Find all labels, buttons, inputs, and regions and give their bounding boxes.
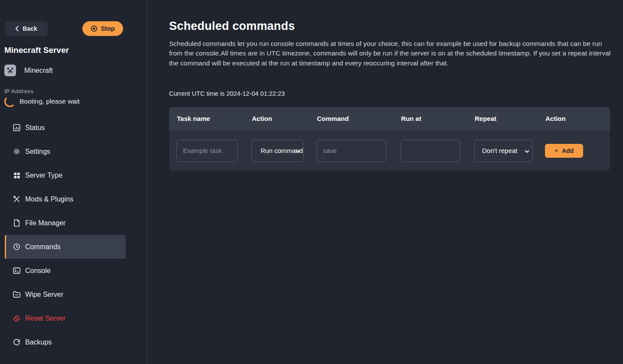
sidebar-nav: Status Settings Server Type (0, 116, 147, 354)
ip-address-label: IP Address (4, 88, 33, 94)
sidebar-item-label: Wipe Server (25, 291, 63, 299)
back-button-label: Back (23, 25, 37, 32)
sidebar-item-backups[interactable]: Backups (0, 330, 147, 354)
column-header-row-action: Action (538, 115, 610, 122)
gear-icon (13, 148, 20, 155)
column-header-command: Command (309, 115, 393, 122)
sidebar-item-wipe-server[interactable]: Wipe Server (0, 283, 147, 306)
minecraft-creeper-icon (4, 65, 16, 76)
run-at-input[interactable] (401, 140, 460, 162)
sidebar: Back Stop Minecraft Server Minecraft IP … (0, 0, 147, 364)
page-description: Scheduled commands let you run console c… (169, 39, 611, 68)
sidebar-item-commands[interactable]: Commands (5, 235, 126, 259)
add-command-button[interactable]: + Add (545, 144, 583, 158)
plus-icon: + (555, 147, 558, 154)
chevron-left-icon (15, 26, 19, 31)
server-title: Minecraft Server (4, 46, 69, 55)
repeat-select-value: Don't repeat (482, 147, 517, 154)
repeat-select[interactable]: Don't repeat (474, 140, 533, 162)
tools-icon (13, 195, 20, 203)
sidebar-item-label: File Manager (25, 219, 65, 227)
chevron-down-icon (525, 147, 529, 154)
main-content: Scheduled commands Scheduled commands le… (169, 0, 610, 364)
eraser-icon (13, 315, 20, 322)
sidebar-item-label: Settings (25, 148, 50, 156)
command-input[interactable] (316, 140, 386, 162)
sidebar-item-settings[interactable]: Settings (0, 140, 147, 163)
game-row: Minecraft (4, 65, 53, 76)
column-header-repeat: Repeat (467, 115, 538, 122)
current-utc-time: Current UTC time is 2024-12-04 01:22:23 (169, 90, 285, 97)
server-status-text: Booting, please wait (20, 98, 80, 105)
stop-button-label: Stop (101, 25, 114, 32)
clock-icon (13, 243, 20, 250)
sidebar-item-reset-server[interactable]: Reset Server (0, 306, 147, 330)
sidebar-item-label: Backups (25, 338, 52, 346)
sidebar-item-label: Console (25, 267, 51, 275)
page-title: Scheduled commands (169, 20, 295, 33)
sidebar-item-label: Mods & Plugins (25, 195, 73, 203)
stop-record-icon (91, 25, 98, 32)
terminal-icon (13, 267, 20, 274)
new-command-row: Run command Don't repeat (169, 130, 610, 171)
sidebar-item-file-manager[interactable]: File Manager (0, 211, 147, 235)
folder-minus-icon (13, 291, 20, 298)
grid-icon (13, 172, 20, 179)
task-name-input[interactable] (176, 140, 238, 162)
sidebar-item-server-type[interactable]: Server Type (0, 163, 147, 187)
server-status-row: Booting, please wait (4, 96, 80, 107)
table-header-row: Task name Action Command Run at Repeat A… (169, 107, 610, 130)
column-header-action: Action (244, 115, 309, 122)
sidebar-item-status[interactable]: Status (0, 116, 147, 140)
chevron-down-icon (295, 147, 300, 154)
column-header-task-name: Task name (169, 115, 244, 122)
back-button[interactable]: Back (5, 21, 48, 36)
bar-chart-icon (13, 124, 20, 131)
column-header-run-at: Run at (393, 115, 467, 122)
loading-spinner-icon (4, 96, 16, 107)
add-button-label: Add (562, 147, 574, 154)
game-name: Minecraft (24, 67, 53, 75)
sidebar-item-label: Reset Server (25, 315, 65, 322)
scheduled-commands-table: Task name Action Command Run at Repeat A… (169, 107, 610, 171)
file-icon (13, 219, 20, 227)
restore-icon (13, 338, 20, 346)
sidebar-item-label: Server Type (25, 172, 62, 179)
sidebar-item-mods-plugins[interactable]: Mods & Plugins (0, 187, 147, 211)
sidebar-item-label: Status (25, 124, 45, 132)
action-select[interactable]: Run command (251, 140, 303, 162)
stop-button[interactable]: Stop (82, 21, 123, 36)
sidebar-item-label: Commands (25, 243, 61, 251)
sidebar-item-console[interactable]: Console (0, 259, 147, 283)
